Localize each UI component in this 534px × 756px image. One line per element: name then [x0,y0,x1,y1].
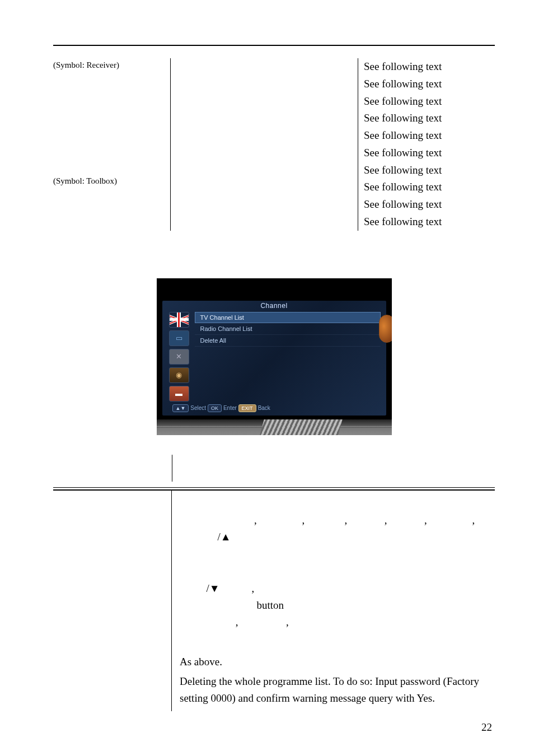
top-mid-col [171,58,358,231]
bottom-table: , , , , , , /▲ /▼ , button , , [53,487,495,712]
osd-screenshot-container: Channel ▭ ✕ ◉ ▬ TV Channel List Radio Ch… [53,278,495,435]
osd-right-orb [379,315,392,343]
osd-footer: ▲▼Select OKEnter EXITBack [172,404,270,412]
bottom-row-2: As above. [53,652,495,671]
row1-commas: , , , , , , [207,514,475,526]
see-text-item: See following text [364,196,495,213]
top-table: (Symbol: Receiver) (Symbol: Toolbox) See… [53,58,495,231]
top-rule [53,45,495,46]
row-rule [53,487,495,488]
row1-trailing-commas: , , [207,616,289,628]
down-arrow-label: /▼ , [207,582,255,594]
symbol-toolbox: (Symbol: Toolbox) [53,174,167,188]
osd-title: Channel [162,302,386,310]
bottom-row-1: , , , , , , /▲ /▼ , button , , [53,491,495,653]
vertical-stub [53,455,495,482]
top-right-col: See following text See following text Se… [358,58,495,231]
see-text-item: See following text [364,127,495,144]
bottom-right-cell: As above. [172,652,495,671]
select-badge: ▲▼ [172,404,189,412]
bottom-left-cell [53,491,172,653]
osd-screenshot: Channel ▭ ✕ ◉ ▬ TV Channel List Radio Ch… [157,278,392,435]
up-arrow-label: /▲ [207,531,231,543]
osd-menu-list: TV Channel List Radio Channel List Delet… [195,312,381,347]
flag-icon [169,312,189,328]
bottom-left-cell [53,652,172,671]
top-left-col: (Symbol: Receiver) (Symbol: Toolbox) [53,58,171,231]
see-text-item: See following text [364,76,495,93]
select-label: Select [190,405,206,411]
tools-icon: ✕ [169,349,189,365]
receiver-icon: ▬ [169,386,189,402]
delete-all-description: Deleting the whole programme list. To do… [180,675,479,704]
symbol-receiver: (Symbol: Receiver) [53,58,167,72]
bottom-row-3: Deleting the whole programme list. To do… [53,672,495,712]
enter-label: Enter [223,405,237,411]
osd-menu-item-delete[interactable]: Delete All [195,335,381,347]
back-label: Back [258,405,270,411]
osd-sidebar: ▭ ✕ ◉ ▬ [169,312,189,404]
see-text-item: See following text [364,58,495,76]
globe-icon: ◉ [169,367,189,383]
tv-icon: ▭ [169,330,189,346]
bottom-right-cell: Deleting the whole programme list. To do… [172,672,495,712]
osd-menu-item-radio[interactable]: Radio Channel List [195,323,381,335]
as-above-text: As above. [180,656,222,668]
button-label: button [207,599,284,611]
osd-bezel [157,419,392,435]
bottom-left-cell [53,672,172,712]
see-text-item: See following text [364,93,495,110]
enter-badge: OK [208,404,222,412]
see-text-item: See following text [364,213,495,231]
see-text-item: See following text [364,110,495,127]
osd-menu-item-tv[interactable]: TV Channel List [195,312,381,323]
page-number: 22 [481,721,492,734]
back-badge: EXIT [238,404,256,412]
see-text-item: See following text [364,179,495,196]
see-text-item: See following text [364,162,495,179]
see-text-item: See following text [364,144,495,162]
bottom-right-cell: , , , , , , /▲ /▼ , button , , [172,491,495,653]
